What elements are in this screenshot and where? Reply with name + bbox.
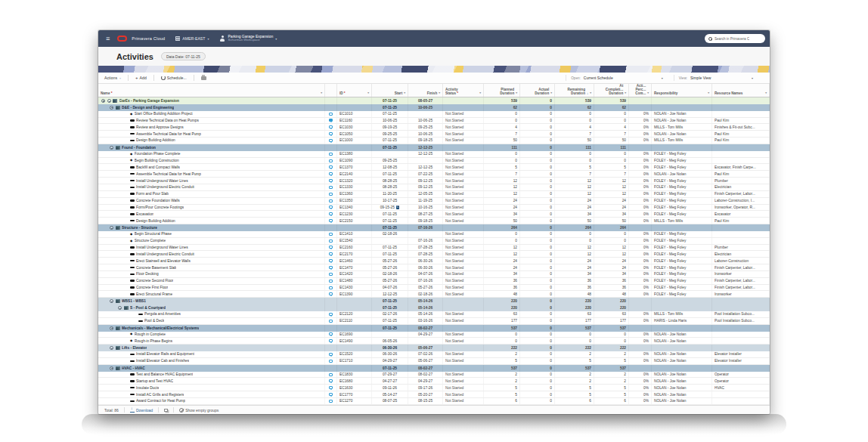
wbs-row[interactable]: Structure - Structure07-11-2507-16-26264… <box>98 224 770 231</box>
wbs-row[interactable]: Found - Foundation07-11-2512-12-25111011… <box>98 144 770 151</box>
discussion-bubble-icon[interactable] <box>329 353 333 356</box>
discussion-bubble-icon[interactable] <box>329 233 333 236</box>
discussion-bubble-icon[interactable] <box>329 393 333 396</box>
discussion-bubble-icon[interactable] <box>329 125 333 128</box>
column-header-bubble[interactable] <box>325 84 337 97</box>
activity-row[interactable]: Erect Stairwell and Elevator WallsEC1460… <box>98 258 770 264</box>
filter-caret-icon[interactable]: ▾ <box>367 91 369 96</box>
filter-caret-icon[interactable]: ▾ <box>647 91 649 96</box>
collapse-expand-icon[interactable] <box>110 366 113 370</box>
discussion-bubble-icon[interactable] <box>329 259 333 262</box>
activity-row[interactable]: Erect Structural FrameEC139012-12-2502-1… <box>98 291 770 298</box>
wbs-row[interactable]: Lifts - Elevator06-30-2605-06-2722202222… <box>98 345 770 351</box>
filter-caret-icon[interactable]: ▾ <box>404 91 405 96</box>
collapse-expand-icon[interactable] <box>110 146 113 150</box>
sort-ascending-icon[interactable]: ↓ <box>587 91 588 95</box>
column-header-actual[interactable]: Actual Duration▾ <box>520 84 555 97</box>
discussion-bubble-icon[interactable] <box>329 360 333 363</box>
collapse-expand-icon[interactable] <box>110 346 113 350</box>
column-header-start[interactable]: Start▾ <box>372 84 408 97</box>
collapse-expand-icon[interactable] <box>110 106 113 110</box>
activity-row[interactable]: Install Underground Electric ConduitEC21… <box>98 251 770 258</box>
activity-row[interactable]: Install Underground Water LinesEC216007-… <box>98 245 770 252</box>
discussion-bubble-icon[interactable] <box>329 373 333 376</box>
discussion-bubble-icon[interactable] <box>329 153 333 156</box>
column-header-planned[interactable]: Planned Duration▾ <box>484 84 520 97</box>
column-header-id[interactable]: ID *▾ <box>337 84 372 97</box>
filter-caret-icon[interactable]: ▾ <box>516 91 517 96</box>
activity-row[interactable]: ◆Foundation Phase CompleteEC138012-12-25… <box>98 151 770 158</box>
discussion-bubble-icon[interactable] <box>329 400 333 403</box>
discussion-bubble-icon[interactable] <box>329 165 333 168</box>
discussion-bubble-icon[interactable] <box>329 280 333 283</box>
discussion-bubble-icon[interactable] <box>329 320 333 323</box>
discussion-bubble-icon[interactable] <box>329 339 333 342</box>
wbs-row[interactable]: D&E - Design and Engineering07-11-2510-0… <box>98 104 770 111</box>
activity-row[interactable]: Form and Pour SlabEC136011-20-2512-05-25… <box>98 191 770 198</box>
activity-row[interactable]: Backfill and Compact WallsEC137012-08-25… <box>98 164 770 171</box>
filter-caret-icon[interactable]: ▾ <box>625 91 626 96</box>
oracle-logo-icon[interactable] <box>117 36 127 42</box>
show-empty-groups-toggle[interactable]: Show empty groups <box>179 408 219 413</box>
activity-row[interactable]: Pool & DeckEC211007-11-2503-16-26Not Sta… <box>98 318 770 325</box>
wbs-row[interactable]: WBS1 - WBS107-11-2505-14-262200220220 <box>98 298 770 304</box>
collapse-expand-icon[interactable] <box>107 99 111 103</box>
menu-icon[interactable]: ≡ <box>106 36 110 42</box>
activity-row[interactable]: ◆Start Office Building Addition ProjectE… <box>98 111 770 118</box>
activity-row[interactable]: ◆Rough-in Phase BeginsEC149006-05-26Not … <box>98 338 770 345</box>
discussion-bubble-icon[interactable] <box>329 240 333 243</box>
activity-row[interactable]: Pergola and AmenitiesEC212002-17-2605-14… <box>98 311 770 318</box>
activity-row[interactable]: Award Contract for Heat PumpEC127008-07-… <box>98 398 770 405</box>
open-schedule-select[interactable]: Open: Current Schedule ▾ <box>566 75 668 81</box>
activity-row[interactable]: Concrete First FloorEC143004-07-2605-27-… <box>98 285 770 292</box>
column-header-atCompletion[interactable]: At Completi... Duration▾ <box>594 84 629 97</box>
activity-row[interactable]: Form/Pour Concrete FootingsEC134009-15-2… <box>98 205 770 212</box>
discussion-bubble-icon[interactable] <box>329 172 333 175</box>
activity-row[interactable]: ◆Begin Building ConstructionEC109009-25-… <box>98 158 770 165</box>
activity-row[interactable]: Install Underground Electric ConduitEC13… <box>98 184 770 191</box>
discussion-bubble-icon[interactable] <box>329 252 333 255</box>
column-header-pct[interactable]: Acti... Perc... Com...▾ <box>629 84 652 97</box>
activity-row[interactable]: ExcavationEC123007-11-2508-27-25Not Star… <box>98 211 770 218</box>
org-switcher[interactable]: AMER-EAST ▾ <box>175 36 209 42</box>
column-header-finish[interactable]: Finish▾ <box>408 84 443 97</box>
global-search-input[interactable]: Search in Primavera C <box>705 34 765 43</box>
filter-caret-icon[interactable]: ▾ <box>439 91 440 96</box>
add-button[interactable]: + Add <box>135 76 147 80</box>
activity-row[interactable]: Floor DeckingEC142002-18-2604-07-26Not S… <box>98 271 770 278</box>
discussion-bubble-icon[interactable] <box>329 266 333 269</box>
column-header-responsibility[interactable]: Responsibility▾ <box>652 84 712 97</box>
collapse-expand-icon[interactable] <box>118 306 122 310</box>
copy-table-icon[interactable] <box>164 409 168 412</box>
activity-row[interactable]: Startup and Test HVACEC168004-27-2704-29… <box>98 378 770 385</box>
activity-row[interactable]: Concrete Second FloorEC148005-27-2607-16… <box>98 278 770 285</box>
collapse-expand-icon[interactable] <box>110 299 113 303</box>
column-header-name[interactable]: Name *▾ <box>98 84 325 97</box>
activity-row[interactable]: Install Elevator Rails and EquipmentEC15… <box>98 351 770 358</box>
activity-row[interactable]: Test and Balance HVAC EquipmentEC183007-… <box>98 372 770 379</box>
row-focus-icon[interactable] <box>101 99 105 103</box>
discussion-bubble-icon[interactable] <box>329 379 333 382</box>
activity-row[interactable]: Insulate DuctsEC163009-11-2609-17-26Not … <box>98 385 770 391</box>
filter-caret-icon[interactable]: ▾ <box>550 91 552 96</box>
project-row[interactable]: GarEx - Parking Garage Expansion07-11-25… <box>98 97 770 104</box>
download-button[interactable]: Download <box>130 408 153 413</box>
activity-row[interactable]: ◆Rough in CompleteEC169004-29-27Not Star… <box>98 332 770 338</box>
discussion-bubble-icon[interactable] <box>329 219 333 222</box>
activity-row[interactable]: Design Building AdditionEC100007-11-2509… <box>98 138 770 144</box>
activity-row[interactable]: Install Elevator Cab and FinishesEC17100… <box>98 358 770 365</box>
filter-caret-icon[interactable]: ▾ <box>321 91 322 96</box>
discussion-bubble-icon[interactable] <box>329 332 333 335</box>
activity-row[interactable]: Assemble Technical Data for Heat PumpEC1… <box>98 131 770 138</box>
collapse-expand-icon[interactable] <box>110 226 113 230</box>
actions-menu-button[interactable]: Actions ▾ <box>104 76 121 80</box>
discussion-bubble-icon[interactable] <box>329 132 333 135</box>
discussion-bubble-icon[interactable] <box>329 113 333 116</box>
activity-row[interactable]: Concrete Basement SlabEC147005-27-2606-3… <box>98 264 770 271</box>
filter-caret-icon[interactable]: ▾ <box>590 91 591 96</box>
discussion-bubble-icon[interactable] <box>329 292 333 295</box>
filter-caret-icon[interactable]: ▾ <box>708 91 709 96</box>
column-header-resources[interactable]: Resource Names▾ <box>712 84 770 97</box>
activity-row[interactable]: Install AC Grills and RegistersEC177005-… <box>98 391 770 398</box>
activity-row[interactable]: Design Building AdditionEC215007-11-2509… <box>98 218 770 224</box>
